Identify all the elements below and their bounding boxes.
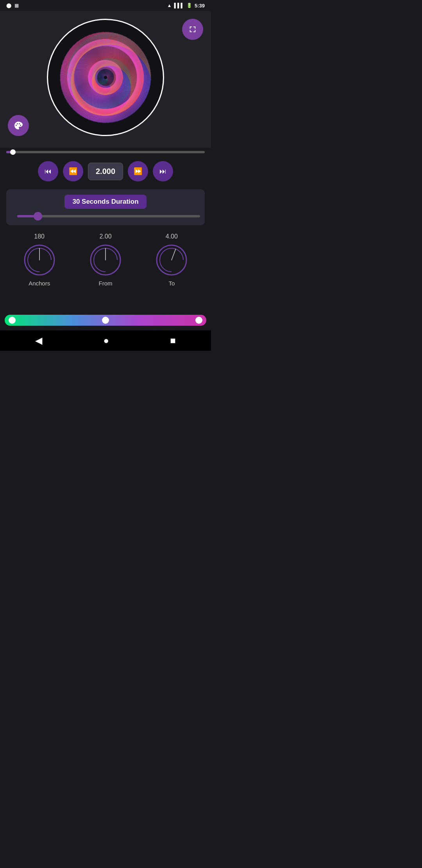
recent-apps-icon: ■ [170,335,176,346]
knob-anchors: 180 Anchors [22,233,57,287]
circle-icon: ⬤ [6,3,11,8]
to-knob[interactable] [154,242,189,278]
skip-prev-icon: ⏮ [45,167,52,176]
anchors-value: 180 [34,233,45,240]
duration-slider-track[interactable] [17,215,200,217]
back-button[interactable]: ◀ [35,335,42,346]
anchors-knob[interactable] [22,242,57,278]
clock: 5:39 [195,3,205,9]
sim-icon: ▦ [14,3,19,8]
skip-next-icon: ⏭ [159,167,166,176]
fast-forward-icon: ⏩ [134,167,142,176]
spiral-visualization[interactable] [47,19,164,136]
to-value: 4.00 [166,233,178,240]
duration-slider-fill [17,215,36,217]
color-dot-left[interactable] [9,317,16,324]
knob-from: 2.00 From [88,233,123,287]
wifi-icon: ▲ [167,3,172,8]
signal-bars-icon: ▌▌▌ [174,3,184,8]
color-bar-area[interactable] [0,308,211,330]
home-icon: ● [103,335,109,346]
bottom-nav: ◀ ● ■ [0,330,211,351]
anchors-label: Anchors [29,280,50,287]
rewind-button[interactable]: ⏪ [63,161,83,181]
from-label: From [98,280,112,287]
duration-label: 30 Seconds Duration [64,195,146,209]
spacer [0,293,211,308]
rewind-icon: ⏪ [69,167,77,176]
progress-bar-area[interactable] [0,151,211,153]
duration-slider-thumb[interactable] [34,212,42,221]
palette-button[interactable] [8,115,29,136]
fast-forward-button[interactable]: ⏩ [128,161,148,181]
color-dot-right[interactable] [195,317,202,324]
from-value: 2.00 [99,233,111,240]
controls-row: ⏮ ⏪ 2.000 ⏩ ⏭ [0,156,211,186]
battery-icon: 🔋 [186,3,192,8]
color-gradient-bar[interactable] [5,315,206,326]
color-dot-mid[interactable] [102,317,109,324]
status-bar: ⬤ ▦ ▲ ▌▌▌ 🔋 5:39 [0,0,211,11]
duration-box: 30 Seconds Duration [6,189,205,225]
from-knob[interactable] [88,242,123,278]
expand-button[interactable] [182,19,203,40]
back-icon: ◀ [35,335,42,346]
status-time-right: ▲ ▌▌▌ 🔋 5:39 [167,3,205,9]
status-icons-left: ⬤ ▦ [6,3,19,8]
knobs-section: 180 Anchors 2.00 From 4.00 To [0,228,211,293]
progress-thumb[interactable] [10,149,16,155]
skip-next-button[interactable]: ⏭ [153,161,173,181]
knob-to: 4.00 To [154,233,189,287]
skip-prev-button[interactable]: ⏮ [38,161,58,181]
recent-apps-button[interactable]: ■ [170,335,176,346]
canvas-area [0,11,211,148]
to-label: To [168,280,175,287]
home-button[interactable]: ● [103,335,109,346]
progress-track[interactable] [6,151,205,153]
speed-display: 2.000 [88,163,123,180]
